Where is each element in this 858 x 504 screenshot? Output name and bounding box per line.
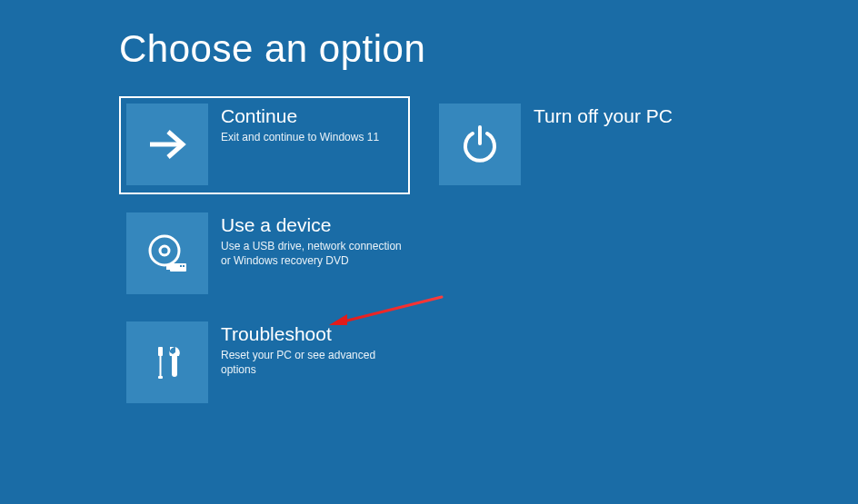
power-icon	[457, 122, 503, 167]
option-text: Continue Exit and continue to Windows 11	[208, 104, 403, 187]
troubleshoot-tile	[126, 321, 208, 403]
continue-tile	[126, 104, 208, 185]
option-text: Turn off your PC	[521, 104, 715, 187]
option-desc: Use a USB drive, network connection or W…	[221, 239, 403, 268]
options-grid: Continue Exit and continue to Windows 11	[119, 96, 828, 412]
options-row: Continue Exit and continue to Windows 11	[119, 96, 828, 194]
option-title: Turn off your PC	[534, 105, 715, 127]
use-device-tile	[126, 212, 208, 294]
svg-rect-10	[158, 376, 163, 379]
option-turn-off[interactable]: Turn off your PC	[432, 96, 723, 194]
svg-rect-7	[183, 265, 185, 267]
options-row: Use a device Use a USB drive, network co…	[119, 205, 828, 303]
option-text: Use a device Use a USB drive, network co…	[208, 212, 403, 296]
arrow-right-icon	[145, 122, 190, 167]
svg-rect-6	[180, 265, 182, 267]
svg-rect-9	[160, 356, 162, 376]
tools-icon	[145, 340, 190, 385]
options-row: Troubleshoot Reset your PC or see advanc…	[119, 314, 828, 412]
turn-off-tile	[439, 104, 521, 185]
option-use-device[interactable]: Use a device Use a USB drive, network co…	[119, 205, 410, 303]
svg-rect-8	[158, 347, 163, 356]
option-title: Continue	[221, 105, 403, 127]
svg-point-2	[150, 236, 179, 265]
winre-container: Choose an option Cont	[119, 27, 828, 412]
option-continue[interactable]: Continue Exit and continue to Windows 11	[119, 96, 410, 194]
option-troubleshoot[interactable]: Troubleshoot Reset your PC or see advanc…	[119, 314, 410, 412]
option-title: Troubleshoot	[221, 323, 403, 345]
svg-rect-5	[166, 265, 170, 270]
option-title: Use a device	[221, 214, 403, 236]
option-desc: Exit and continue to Windows 11	[221, 130, 403, 144]
svg-rect-4	[170, 263, 186, 272]
svg-point-3	[160, 246, 169, 255]
disc-usb-icon	[143, 229, 192, 278]
page-title: Choose an option	[119, 27, 828, 71]
option-text: Troubleshoot Reset your PC or see advanc…	[208, 321, 403, 405]
option-desc: Reset your PC or see advanced options	[221, 348, 403, 377]
